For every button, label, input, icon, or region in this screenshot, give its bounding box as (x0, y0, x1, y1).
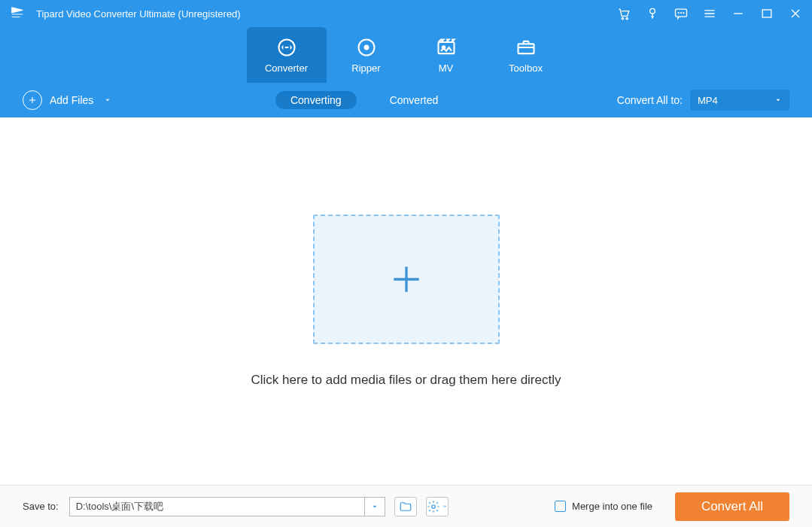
feedback-icon[interactable] (674, 6, 689, 21)
output-format-dropdown[interactable]: MP4 (690, 90, 789, 111)
svg-point-14 (431, 504, 435, 508)
subtab-converting[interactable]: Converting (275, 91, 357, 109)
key-icon[interactable] (645, 6, 660, 21)
cart-icon[interactable] (616, 6, 631, 21)
tab-label: Toolbox (509, 62, 543, 74)
tab-mv[interactable]: MV (406, 27, 486, 83)
checkbox-icon (555, 501, 566, 512)
close-icon[interactable] (788, 6, 803, 21)
window-title: Tipard Video Converter Ultimate (Unregis… (36, 8, 616, 20)
tab-label: MV (439, 62, 454, 74)
add-media-dropzone[interactable] (313, 215, 500, 344)
app-logo-icon (9, 5, 26, 22)
format-value: MP4 (698, 95, 718, 106)
settings-button[interactable] (426, 497, 449, 516)
tab-converter[interactable]: Converter (247, 27, 327, 83)
plus-icon (388, 260, 425, 298)
tab-ripper[interactable]: Ripper (327, 27, 406, 83)
save-path-dropdown[interactable] (364, 497, 385, 516)
tab-label: Ripper (351, 62, 380, 74)
convert-all-to-label: Convert All to: (617, 94, 683, 106)
merge-checkbox[interactable]: Merge into one file (555, 501, 652, 512)
converter-icon (276, 37, 297, 58)
dropzone-hint: Click here to add media files or drag th… (251, 373, 561, 388)
chevron-down-icon (774, 96, 782, 104)
chevron-down-icon (104, 96, 111, 104)
convert-all-button[interactable]: Convert All (675, 492, 789, 521)
menu-icon[interactable] (702, 6, 717, 21)
mv-icon (436, 37, 457, 58)
chevron-down-icon (442, 504, 448, 510)
svg-point-6 (683, 13, 684, 14)
toolbox-icon (515, 37, 537, 58)
bottom-bar: Save to: Merge into one file Convert All (0, 485, 812, 527)
title-bar: Tipard Video Converter Ultimate (Unregis… (0, 0, 812, 27)
main-area: Click here to add media files or drag th… (0, 117, 812, 485)
merge-label: Merge into one file (572, 501, 652, 512)
add-files-label: Add Files (50, 94, 93, 106)
svg-point-5 (681, 13, 682, 14)
save-path-input[interactable] (69, 497, 364, 516)
sub-bar: Add Files Converting Converted Convert A… (0, 83, 812, 117)
save-path-box (69, 497, 385, 516)
folder-icon (399, 500, 412, 513)
tab-toolbox[interactable]: Toolbox (486, 27, 566, 83)
open-folder-button[interactable] (394, 497, 417, 516)
ripper-icon (356, 37, 377, 58)
chevron-down-icon (371, 503, 379, 510)
maximize-icon[interactable] (759, 6, 774, 21)
main-nav: Converter Ripper MV Toolbox (0, 27, 812, 83)
svg-point-0 (622, 18, 623, 20)
add-files-button[interactable]: Add Files (23, 90, 111, 110)
svg-point-10 (364, 45, 368, 49)
minimize-icon[interactable] (731, 6, 746, 21)
plus-icon (23, 90, 42, 110)
tab-label: Converter (265, 62, 308, 74)
gear-icon (427, 500, 440, 513)
svg-point-4 (678, 13, 679, 14)
svg-rect-13 (518, 44, 534, 53)
svg-point-2 (650, 8, 655, 14)
svg-rect-7 (762, 10, 771, 17)
subtab-converted[interactable]: Converted (375, 91, 454, 109)
save-to-label: Save to: (23, 501, 59, 512)
svg-point-1 (626, 18, 628, 20)
